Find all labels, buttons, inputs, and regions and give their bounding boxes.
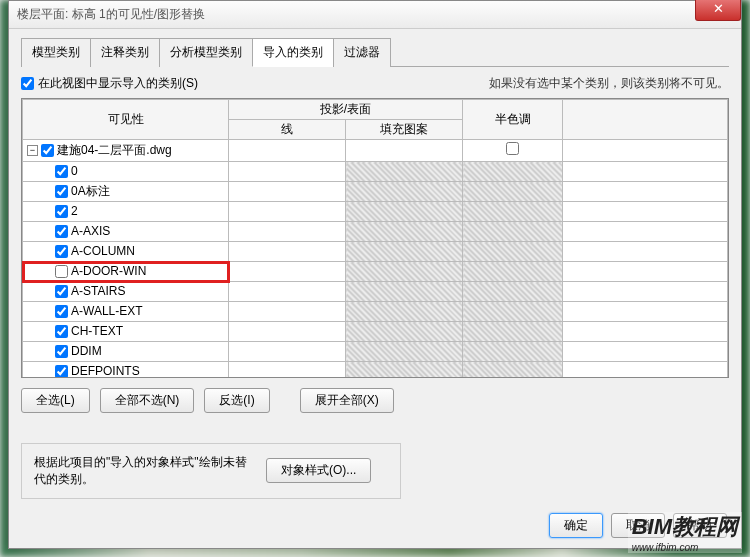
table-row[interactable]: A-DOOR-WIN (23, 262, 728, 282)
row-checkbox[interactable] (55, 185, 68, 198)
show-imported-checkbox[interactable] (21, 77, 34, 90)
th-projection: 投影/表面 (229, 100, 463, 120)
row-label: 0A标注 (71, 184, 110, 199)
row-label: A-AXIS (71, 224, 110, 239)
row-label: A-STAIRS (71, 284, 125, 299)
row-label: DEFPOINTS (71, 364, 140, 378)
titlebar: 楼层平面: 标高 1的可见性/图形替换 ✕ (9, 1, 741, 29)
invert-button[interactable]: 反选(I) (204, 388, 269, 413)
row-checkbox[interactable] (55, 245, 68, 258)
row-label: A-COLUMN (71, 244, 135, 259)
th-visibility: 可见性 (23, 100, 229, 140)
table-row[interactable]: DDIM (23, 342, 728, 362)
dialog-buttons: 确定 取消 帮助 (549, 513, 727, 538)
selection-buttons: 全选(L) 全部不选(N) 反选(I) 展开全部(X) (21, 388, 729, 413)
close-button[interactable]: ✕ (695, 0, 741, 21)
row-label: 2 (71, 204, 78, 219)
show-imported-text: 在此视图中显示导入的类别(S) (38, 75, 198, 92)
th-rest (563, 100, 728, 140)
row-label: 建施04-二层平面.dwg (57, 143, 172, 158)
th-line: 线 (229, 120, 346, 140)
row-checkbox[interactable] (55, 305, 68, 318)
tab-analytical[interactable]: 分析模型类别 (159, 38, 253, 67)
table-row[interactable]: 0 (23, 162, 728, 182)
row-checkbox[interactable] (55, 285, 68, 298)
row-checkbox[interactable] (41, 144, 54, 157)
row-checkbox[interactable] (55, 365, 68, 378)
category-table: 可见性 投影/表面 半色调 线 填充图案 −建施04-二层平面.dwg00A标注… (22, 99, 728, 378)
row-checkbox[interactable] (55, 265, 68, 278)
note-text: 根据此项目的"导入的对象样式"绘制未替代的类别。 (34, 454, 254, 488)
th-halftone: 半色调 (463, 100, 563, 140)
table-row[interactable]: 0A标注 (23, 182, 728, 202)
table-row[interactable]: A-AXIS (23, 222, 728, 242)
tab-imported[interactable]: 导入的类别 (252, 38, 334, 67)
info-text: 如果没有选中某个类别，则该类别将不可见。 (489, 75, 729, 92)
top-row: 在此视图中显示导入的类别(S) 如果没有选中某个类别，则该类别将不可见。 (21, 75, 729, 92)
tab-filters[interactable]: 过滤器 (333, 38, 391, 67)
row-checkbox[interactable] (55, 225, 68, 238)
table-row[interactable]: A-WALL-EXT (23, 302, 728, 322)
tab-annotation[interactable]: 注释类别 (90, 38, 160, 67)
select-all-button[interactable]: 全选(L) (21, 388, 90, 413)
table-row[interactable]: 2 (23, 202, 728, 222)
row-checkbox[interactable] (55, 345, 68, 358)
row-label: A-DOOR-WIN (71, 264, 146, 279)
object-styles-button[interactable]: 对象样式(O)... (266, 458, 371, 483)
table-row[interactable]: A-STAIRS (23, 282, 728, 302)
row-label: 0 (71, 164, 78, 179)
halftone-checkbox[interactable] (506, 142, 519, 155)
row-label: DDIM (71, 344, 102, 359)
row-checkbox[interactable] (55, 165, 68, 178)
tab-model[interactable]: 模型类别 (21, 38, 91, 67)
tab-bar: 模型类别 注释类别 分析模型类别 导入的类别 过滤器 (21, 37, 729, 67)
table-row[interactable]: −建施04-二层平面.dwg (23, 140, 728, 162)
table-row[interactable]: DEFPOINTS (23, 362, 728, 379)
row-label: CH-TEXT (71, 324, 123, 339)
expand-all-button[interactable]: 展开全部(X) (300, 388, 394, 413)
note-box: 根据此项目的"导入的对象样式"绘制未替代的类别。 对象样式(O)... (21, 443, 401, 499)
row-label: A-WALL-EXT (71, 304, 143, 319)
select-none-button[interactable]: 全部不选(N) (100, 388, 195, 413)
th-fill: 填充图案 (346, 120, 463, 140)
help-button[interactable]: 帮助 (673, 513, 727, 538)
dialog-window: 楼层平面: 标高 1的可见性/图形替换 ✕ 模型类别 注释类别 分析模型类别 导… (8, 0, 742, 549)
table-row[interactable]: A-COLUMN (23, 242, 728, 262)
expander-icon[interactable]: − (27, 145, 38, 156)
ok-button[interactable]: 确定 (549, 513, 603, 538)
row-checkbox[interactable] (55, 205, 68, 218)
window-title: 楼层平面: 标高 1的可见性/图形替换 (17, 6, 205, 23)
dialog-content: 模型类别 注释类别 分析模型类别 导入的类别 过滤器 在此视图中显示导入的类别(… (9, 29, 741, 507)
cancel-button[interactable]: 取消 (611, 513, 665, 538)
row-checkbox[interactable] (55, 325, 68, 338)
table-row[interactable]: CH-TEXT (23, 322, 728, 342)
category-table-wrap: 可见性 投影/表面 半色调 线 填充图案 −建施04-二层平面.dwg00A标注… (21, 98, 729, 378)
show-imported-label[interactable]: 在此视图中显示导入的类别(S) (21, 75, 198, 92)
